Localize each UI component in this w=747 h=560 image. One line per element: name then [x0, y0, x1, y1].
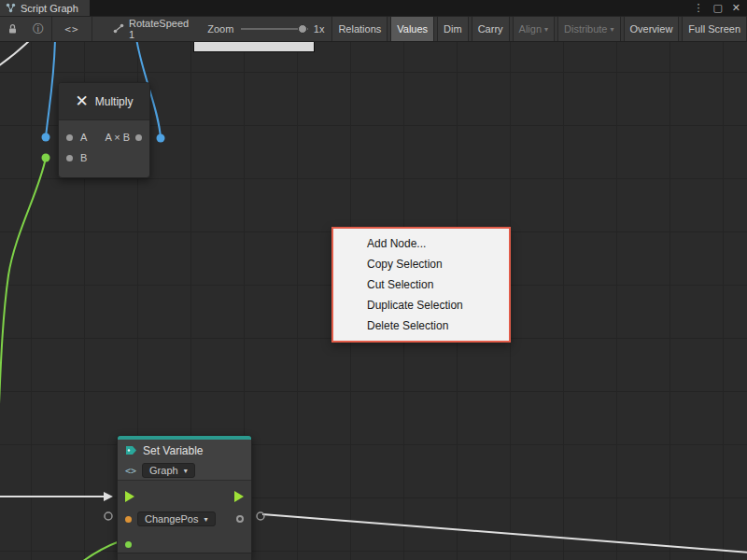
graph-reference-label: RotateSpeed 1 [129, 18, 189, 40]
wire-green-bottom[interactable] [78, 541, 120, 560]
graph-canvas[interactable]: ✕ Multiply A A × B B [0, 42, 747, 560]
align-label: Align [519, 23, 542, 35]
wire-endpoint-green [42, 154, 50, 162]
wire-green-left[interactable] [0, 158, 46, 404]
variable-dropdown[interactable]: ChangePos ▾ [137, 511, 216, 526]
port-out-label: A × B [105, 132, 130, 143]
flow-output-arrow[interactable] [234, 491, 244, 502]
flow-row [118, 481, 251, 505]
variable-tag-icon [125, 442, 137, 459]
multiply-output: A × B [105, 132, 142, 143]
port-a-label: A [80, 132, 87, 143]
node-multiply[interactable]: ✕ Multiply A A × B B [58, 82, 150, 178]
flow-arrow-white [104, 492, 113, 501]
dim-label: Dim [444, 23, 462, 35]
maximize-icon[interactable]: ▢ [712, 2, 722, 14]
value-input-row [118, 536, 251, 553]
partial-node-dropdown[interactable] [193, 42, 315, 52]
wire-endpoint-blue [42, 133, 50, 142]
multiply-icon: ✕ [76, 93, 89, 109]
port-variable-name[interactable] [125, 516, 132, 523]
wire-white-bottom-right[interactable] [262, 514, 747, 553]
script-graph-icon [6, 3, 16, 13]
titlebar-spacer [90, 0, 694, 16]
multiply-row-a: A A × B [59, 127, 149, 147]
set-variable-header[interactable]: Set Variable [118, 440, 251, 461]
chevron-down-icon: ▾ [204, 515, 208, 524]
wire-blue-left[interactable] [46, 42, 55, 137]
multiply-node-body: A A × B B [59, 120, 149, 168]
graph-reference[interactable]: RotateSpeed 1 [113, 18, 189, 40]
port-b-label: B [80, 152, 87, 163]
multiply-node-title: Multiply [95, 95, 134, 108]
info-icon[interactable]: ⓘ [25, 17, 51, 41]
scope-dropdown-value: Graph [149, 465, 178, 476]
menu-item-cut-selection[interactable]: Cut Selection [333, 274, 509, 295]
tab-title: Script Graph [21, 3, 78, 14]
chevron-down-icon: ▾ [184, 467, 188, 475]
script-graph-window: Script Graph ⋮ ▢ ✕ ⓘ <> Ro [0, 0, 747, 560]
port-input-a[interactable] [66, 134, 73, 141]
flow-input-arrow[interactable] [125, 491, 134, 502]
title-bar: Script Graph ⋮ ▢ ✕ [0, 0, 747, 16]
zoom-slider-knob[interactable] [298, 24, 307, 34]
menu-item-delete-selection[interactable]: Delete Selection [333, 315, 509, 336]
full-screen-button[interactable]: Full Screen [682, 17, 747, 41]
code-view-button[interactable]: <> [51, 17, 92, 41]
toolbar-buttons: Relations Values Dim Carry Align ▾ Distr… [331, 17, 747, 41]
port-input-b[interactable] [66, 155, 73, 161]
scope-dropdown[interactable]: Graph ▾ [142, 463, 195, 478]
values-button[interactable]: Values [390, 17, 434, 41]
tab-script-graph[interactable]: Script Graph [0, 0, 90, 16]
menu-item-copy-selection[interactable]: Copy Selection [333, 254, 509, 274]
overview-button[interactable]: Overview [624, 17, 680, 41]
close-icon[interactable]: ✕ [732, 2, 740, 14]
multiply-row-b: B [59, 147, 149, 168]
chevron-down-icon: ▾ [611, 25, 614, 34]
distribute-button[interactable]: Distribute ▾ [557, 17, 620, 41]
carry-button[interactable]: Carry [472, 17, 510, 41]
kebab-menu-icon[interactable]: ⋮ [693, 2, 703, 14]
overview-label: Overview [630, 23, 673, 35]
node-set-variable[interactable]: Set Variable <> Graph ▾ ChangePos [117, 435, 252, 560]
context-menu: Add Node... Copy Selection Cut Selection… [331, 227, 511, 343]
variable-dropdown-value: ChangePos [145, 513, 199, 525]
set-variable-footer [118, 553, 251, 560]
zoom-value: 1x [314, 23, 325, 35]
port-value-input[interactable] [125, 541, 132, 548]
menu-item-add-node[interactable]: Add Node... [333, 233, 509, 254]
connection-indicator-circle[interactable] [105, 512, 112, 520]
menu-item-duplicate-selection[interactable]: Duplicate Selection [333, 295, 509, 315]
variable-scope-row: <> Graph ▾ [118, 461, 251, 481]
graph-toolbar: ⓘ <> RotateSpeed 1 Zoom 1x Relations Val… [0, 16, 747, 42]
relations-button[interactable]: Relations [331, 17, 388, 41]
variable-name-row: ChangePos ▾ [118, 511, 251, 527]
carry-label: Carry [478, 23, 503, 35]
port-variable-output[interactable] [236, 515, 244, 523]
zoom-slider[interactable] [241, 28, 307, 30]
wire-white-top-left[interactable] [0, 42, 32, 66]
values-label: Values [397, 23, 428, 35]
distribute-label: Distribute [564, 23, 607, 35]
connection-indicator-circle[interactable] [257, 512, 264, 520]
wire-endpoint-blue [157, 134, 165, 143]
set-variable-body: ChangePos ▾ [118, 481, 251, 553]
graph-scope-icon: <> [125, 466, 136, 476]
set-variable-title: Set Variable [143, 444, 203, 457]
port-output-axb[interactable] [135, 134, 142, 141]
dim-button[interactable]: Dim [437, 17, 469, 41]
graph-reference-icon [113, 23, 124, 35]
lock-icon[interactable] [0, 17, 25, 41]
align-button[interactable]: Align ▾ [513, 17, 555, 41]
zoom-label: Zoom [207, 23, 233, 35]
relations-label: Relations [338, 23, 381, 35]
window-controls: ⋮ ▢ ✕ [693, 0, 747, 16]
multiply-node-header[interactable]: ✕ Multiply [59, 83, 149, 120]
full-screen-label: Full Screen [688, 23, 740, 35]
chevron-down-icon: ▾ [544, 25, 548, 34]
